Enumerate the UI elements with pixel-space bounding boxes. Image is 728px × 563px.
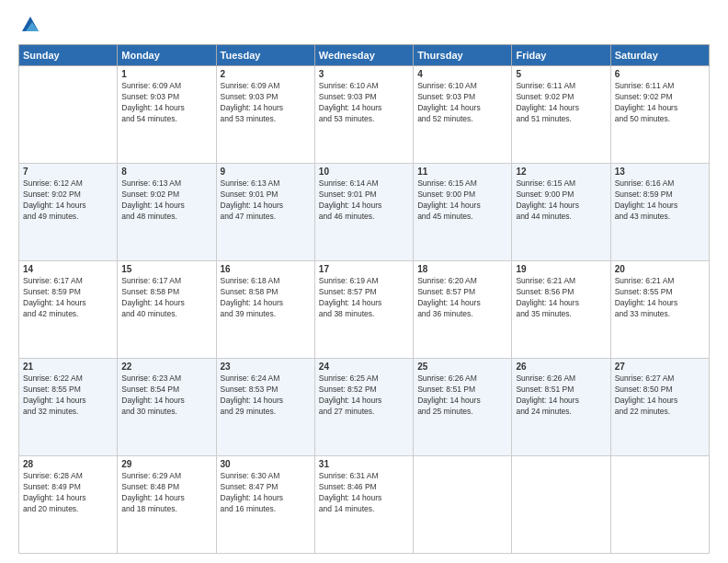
day-info: Sunrise: 6:27 AM Sunset: 8:50 PM Dayligh… <box>615 373 705 418</box>
day-info: Sunrise: 6:19 AM Sunset: 8:57 PM Dayligh… <box>319 276 409 320</box>
day-info: Sunrise: 6:24 AM Sunset: 8:53 PM Dayligh… <box>221 373 311 418</box>
header-saturday: Saturday <box>610 45 709 66</box>
table-row: 10Sunrise: 6:14 AM Sunset: 9:01 PM Dayli… <box>314 164 413 261</box>
day-number: 4 <box>417 69 507 79</box>
day-info: Sunrise: 6:20 AM Sunset: 8:57 PM Dayligh… <box>417 276 507 320</box>
day-info: Sunrise: 6:09 AM Sunset: 9:03 PM Dayligh… <box>221 81 311 125</box>
day-number: 21 <box>23 362 113 372</box>
day-info: Sunrise: 6:13 AM Sunset: 9:02 PM Dayligh… <box>121 178 211 223</box>
calendar-header-row: Sunday Monday Tuesday Wednesday Thursday… <box>19 45 710 66</box>
table-row: 17Sunrise: 6:19 AM Sunset: 8:57 PM Dayli… <box>314 261 413 359</box>
day-info: Sunrise: 6:21 AM Sunset: 8:55 PM Dayligh… <box>615 276 705 320</box>
day-info: Sunrise: 6:10 AM Sunset: 9:03 PM Dayligh… <box>319 81 409 125</box>
calendar-table: Sunday Monday Tuesday Wednesday Thursday… <box>18 44 710 554</box>
day-info: Sunrise: 6:10 AM Sunset: 9:03 PM Dayligh… <box>417 81 507 125</box>
day-number: 9 <box>221 167 311 177</box>
table-row: 31Sunrise: 6:31 AM Sunset: 8:46 PM Dayli… <box>314 456 413 554</box>
day-number: 8 <box>121 167 211 177</box>
day-info: Sunrise: 6:18 AM Sunset: 8:58 PM Dayligh… <box>221 276 311 320</box>
day-number: 3 <box>319 69 409 79</box>
day-number: 10 <box>319 167 409 177</box>
day-number: 30 <box>221 459 311 469</box>
table-row <box>19 66 118 164</box>
day-info: Sunrise: 6:21 AM Sunset: 8:56 PM Dayligh… <box>516 276 606 320</box>
day-info: Sunrise: 6:17 AM Sunset: 8:59 PM Dayligh… <box>23 276 113 320</box>
header-tuesday: Tuesday <box>216 45 314 66</box>
table-row <box>512 456 610 554</box>
day-info: Sunrise: 6:15 AM Sunset: 9:00 PM Dayligh… <box>417 178 507 223</box>
table-row <box>414 456 512 554</box>
day-info: Sunrise: 6:25 AM Sunset: 8:52 PM Dayligh… <box>319 373 409 418</box>
table-row: 27Sunrise: 6:27 AM Sunset: 8:50 PM Dayli… <box>610 359 709 456</box>
table-row: 18Sunrise: 6:20 AM Sunset: 8:57 PM Dayli… <box>414 261 512 359</box>
day-number: 20 <box>615 264 705 274</box>
table-row: 16Sunrise: 6:18 AM Sunset: 8:58 PM Dayli… <box>216 261 314 359</box>
logo-icon <box>20 15 40 35</box>
day-number: 2 <box>221 69 311 79</box>
day-info: Sunrise: 6:12 AM Sunset: 9:02 PM Dayligh… <box>23 178 113 223</box>
day-info: Sunrise: 6:14 AM Sunset: 9:01 PM Dayligh… <box>319 178 409 223</box>
day-number: 14 <box>23 264 113 274</box>
day-number: 11 <box>417 167 507 177</box>
table-row: 3Sunrise: 6:10 AM Sunset: 9:03 PM Daylig… <box>314 66 413 164</box>
header-sunday: Sunday <box>19 45 118 66</box>
day-info: Sunrise: 6:13 AM Sunset: 9:01 PM Dayligh… <box>221 178 311 223</box>
day-info: Sunrise: 6:15 AM Sunset: 9:00 PM Dayligh… <box>516 178 606 223</box>
day-info: Sunrise: 6:29 AM Sunset: 8:48 PM Dayligh… <box>121 471 211 515</box>
table-row: 21Sunrise: 6:22 AM Sunset: 8:55 PM Dayli… <box>19 359 118 456</box>
day-number: 18 <box>417 264 507 274</box>
table-row: 2Sunrise: 6:09 AM Sunset: 9:03 PM Daylig… <box>216 66 314 164</box>
day-info: Sunrise: 6:11 AM Sunset: 9:02 PM Dayligh… <box>516 81 606 125</box>
table-row: 30Sunrise: 6:30 AM Sunset: 8:47 PM Dayli… <box>216 456 314 554</box>
day-number: 25 <box>417 362 507 372</box>
table-row: 28Sunrise: 6:28 AM Sunset: 8:49 PM Dayli… <box>19 456 118 554</box>
day-number: 7 <box>23 167 113 177</box>
day-number: 16 <box>221 264 311 274</box>
table-row <box>610 456 709 554</box>
day-info: Sunrise: 6:09 AM Sunset: 9:03 PM Dayligh… <box>121 81 211 125</box>
day-number: 15 <box>121 264 211 274</box>
day-info: Sunrise: 6:17 AM Sunset: 8:58 PM Dayligh… <box>121 276 211 320</box>
table-row: 26Sunrise: 6:26 AM Sunset: 8:51 PM Dayli… <box>512 359 610 456</box>
day-info: Sunrise: 6:31 AM Sunset: 8:46 PM Dayligh… <box>319 471 409 515</box>
table-row: 1Sunrise: 6:09 AM Sunset: 9:03 PM Daylig… <box>118 66 216 164</box>
logo <box>18 15 40 35</box>
table-row: 6Sunrise: 6:11 AM Sunset: 9:02 PM Daylig… <box>610 66 709 164</box>
day-number: 24 <box>319 362 409 372</box>
table-row: 13Sunrise: 6:16 AM Sunset: 8:59 PM Dayli… <box>610 164 709 261</box>
day-info: Sunrise: 6:22 AM Sunset: 8:55 PM Dayligh… <box>23 373 113 418</box>
week-row-5: 28Sunrise: 6:28 AM Sunset: 8:49 PM Dayli… <box>19 456 710 554</box>
week-row-2: 7Sunrise: 6:12 AM Sunset: 9:02 PM Daylig… <box>19 164 710 261</box>
day-number: 17 <box>319 264 409 274</box>
table-row: 5Sunrise: 6:11 AM Sunset: 9:02 PM Daylig… <box>512 66 610 164</box>
day-number: 1 <box>121 69 211 79</box>
table-row: 9Sunrise: 6:13 AM Sunset: 9:01 PM Daylig… <box>216 164 314 261</box>
header-wednesday: Wednesday <box>314 45 413 66</box>
day-number: 26 <box>516 362 606 372</box>
day-number: 29 <box>121 459 211 469</box>
day-info: Sunrise: 6:16 AM Sunset: 8:59 PM Dayligh… <box>615 178 705 223</box>
day-number: 6 <box>615 69 705 79</box>
week-row-3: 14Sunrise: 6:17 AM Sunset: 8:59 PM Dayli… <box>19 261 710 359</box>
header <box>18 15 710 35</box>
day-number: 12 <box>516 167 606 177</box>
day-info: Sunrise: 6:26 AM Sunset: 8:51 PM Dayligh… <box>417 373 507 418</box>
table-row: 24Sunrise: 6:25 AM Sunset: 8:52 PM Dayli… <box>314 359 413 456</box>
table-row: 7Sunrise: 6:12 AM Sunset: 9:02 PM Daylig… <box>19 164 118 261</box>
day-number: 31 <box>319 459 409 469</box>
table-row: 19Sunrise: 6:21 AM Sunset: 8:56 PM Dayli… <box>512 261 610 359</box>
day-info: Sunrise: 6:28 AM Sunset: 8:49 PM Dayligh… <box>23 471 113 515</box>
table-row: 29Sunrise: 6:29 AM Sunset: 8:48 PM Dayli… <box>118 456 216 554</box>
table-row: 23Sunrise: 6:24 AM Sunset: 8:53 PM Dayli… <box>216 359 314 456</box>
day-number: 28 <box>23 459 113 469</box>
day-number: 19 <box>516 264 606 274</box>
header-monday: Monday <box>118 45 216 66</box>
header-thursday: Thursday <box>414 45 512 66</box>
header-friday: Friday <box>512 45 610 66</box>
day-number: 13 <box>615 167 705 177</box>
day-info: Sunrise: 6:30 AM Sunset: 8:47 PM Dayligh… <box>221 471 311 515</box>
table-row: 4Sunrise: 6:10 AM Sunset: 9:03 PM Daylig… <box>414 66 512 164</box>
table-row: 20Sunrise: 6:21 AM Sunset: 8:55 PM Dayli… <box>610 261 709 359</box>
day-info: Sunrise: 6:26 AM Sunset: 8:51 PM Dayligh… <box>516 373 606 418</box>
table-row: 11Sunrise: 6:15 AM Sunset: 9:00 PM Dayli… <box>414 164 512 261</box>
